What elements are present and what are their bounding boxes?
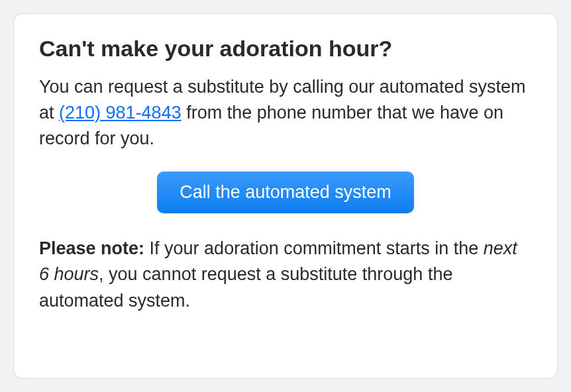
info-card: Can't make your adoration hour? You can … — [13, 13, 558, 379]
note-pre: If your adoration commitment starts in t… — [144, 238, 484, 258]
card-description: You can request a substitute by calling … — [39, 74, 532, 152]
card-heading: Can't make your adoration hour? — [39, 35, 532, 62]
phone-link[interactable]: (210) 981-4843 — [59, 103, 182, 122]
call-button[interactable]: Call the automated system — [157, 172, 414, 213]
card-note: Please note: If your adoration commitmen… — [39, 236, 532, 313]
note-label: Please note: — [39, 238, 144, 258]
button-row: Call the automated system — [39, 172, 532, 213]
note-post: , you cannot request a substitute throug… — [39, 264, 452, 310]
